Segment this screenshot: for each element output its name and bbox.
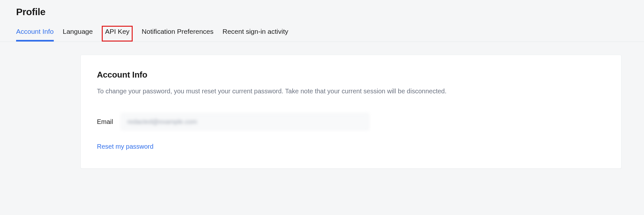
tab-label: Account Info [16, 28, 54, 35]
card-description: To change your password, you must reset … [97, 86, 605, 96]
tabs-nav: Account Info Language API Key Notificati… [16, 28, 628, 42]
page-title: Profile [16, 6, 628, 17]
email-label: Email [97, 118, 115, 126]
reset-password-link[interactable]: Reset my password [97, 143, 605, 150]
header-region: Profile Account Info Language API Key No… [0, 0, 644, 42]
tab-recent-signin-activity[interactable]: Recent sign-in activity [223, 28, 288, 42]
tab-language[interactable]: Language [63, 28, 93, 42]
card-title: Account Info [97, 70, 605, 80]
tab-notification-preferences[interactable]: Notification Preferences [142, 28, 213, 42]
tab-label: API Key [105, 28, 129, 35]
content-area: Account Info To change your password, yo… [0, 42, 644, 185]
tab-api-key[interactable]: API Key [102, 26, 133, 42]
account-info-card: Account Info To change your password, yo… [80, 55, 621, 169]
email-row: Email redacted@example.com [97, 113, 605, 130]
tab-label: Recent sign-in activity [223, 28, 288, 35]
tab-account-info[interactable]: Account Info [16, 28, 54, 42]
tab-label: Language [63, 28, 93, 35]
email-field[interactable]: redacted@example.com [121, 113, 369, 130]
tab-label: Notification Preferences [142, 28, 213, 35]
